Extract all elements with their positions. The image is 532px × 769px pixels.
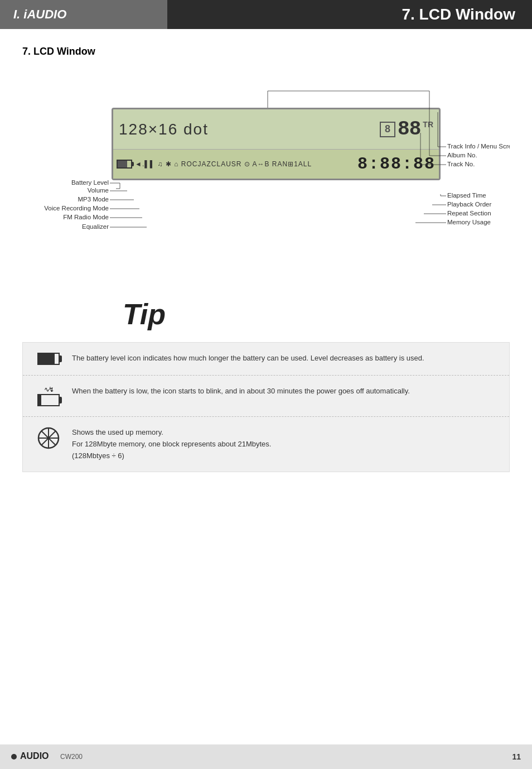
lcd-icon-text: ◄.▌▌ ♫ ✱ ⌂ ROCJAZCLAUSR ⊙ A↔B RAN⊞1ALL <box>135 160 312 168</box>
svg-text:AUDIO: AUDIO <box>20 751 49 761</box>
lcd-top-right: 8 88 TR <box>380 118 433 141</box>
tip-item-memory: Shows the used up memory. For 128Mbyte m… <box>23 417 509 472</box>
lcd-dot-text: 128×16 dot <box>119 121 209 138</box>
battery-low-body <box>37 394 60 406</box>
svg-text:FM Radio Mode: FM Radio Mode <box>63 214 109 220</box>
battery-low-icon: ∿↯ <box>37 386 60 406</box>
svg-text:Elapsed Time: Elapsed Time <box>447 192 486 199</box>
svg-text:Playback Order: Playback Order <box>447 201 491 208</box>
tip-icon-battery-full <box>34 353 63 365</box>
lcd-icons: ◄.▌▌ ♫ ✱ ⌂ ROCJAZCLAUSR ⊙ A↔B RAN⊞1ALL <box>117 160 357 169</box>
svg-text:Repeat Section: Repeat Section <box>447 210 491 217</box>
tip-memory-line1: Shows the used up memory. <box>72 428 163 436</box>
svg-text:Voice Recording Mode: Voice Recording Mode <box>44 205 109 212</box>
tip-icon-memory <box>34 427 63 449</box>
tip-text-memory: Shows the used up memory. For 128Mbyte m… <box>72 427 271 462</box>
lcd-album-char: 8 <box>385 123 390 135</box>
header-right-title: 7. LCD Window <box>402 6 515 23</box>
lcd-battery-fill <box>118 161 127 167</box>
svg-text:Track Info / Menu Screen: Track Info / Menu Screen <box>447 143 510 150</box>
header-left: I. iAUDIO <box>0 0 167 29</box>
lcd-time: 8:88:88 <box>357 155 436 174</box>
memory-icon <box>37 427 60 449</box>
lcd-diagram: 128×16 dot 8 88 TR ◄.▌▌ ♫ ✱ ⌂ R <box>22 74 510 275</box>
lcd-album-box: 8 <box>380 122 395 137</box>
audio-logo-icon: AUDIO <box>20 750 54 761</box>
svg-text:MP3 Mode: MP3 Mode <box>78 196 109 203</box>
footer-logo: AUDIO CW200 <box>11 750 83 763</box>
lcd-tr-label: TR <box>423 120 433 129</box>
footer-model: CW200 <box>60 753 83 761</box>
lcd-screen: 128×16 dot 8 88 TR ◄.▌▌ ♫ ✱ ⌂ R <box>112 108 441 180</box>
header: I. iAUDIO 7. LCD Window <box>0 0 532 29</box>
svg-text:Equalizer: Equalizer <box>82 223 109 230</box>
footer: AUDIO CW200 11 <box>0 744 532 769</box>
section-title: 7. LCD Window <box>22 46 510 57</box>
svg-text:Battery Level: Battery Level <box>71 179 109 186</box>
header-right: 7. LCD Window <box>167 0 532 29</box>
tip-item-battery-full: The battery level icon indicates how muc… <box>23 343 509 376</box>
tip-box: The battery level icon indicates how muc… <box>22 342 510 472</box>
lcd-top-row: 128×16 dot 8 88 TR <box>113 109 439 150</box>
battery-low-fill <box>38 395 41 405</box>
tip-text-battery-full: The battery level icon indicates how muc… <box>72 353 424 364</box>
lcd-track-num: 88 <box>398 118 420 141</box>
tip-memory-line3: (128Mbtyes ÷ 6) <box>72 451 124 460</box>
tip-memory-line2: For 128Mbyte memory, one block represent… <box>72 440 271 448</box>
tip-title: Tip <box>22 297 510 331</box>
battery-full-icon <box>37 353 60 365</box>
tip-section: Tip The battery level icon indicates how… <box>22 297 510 472</box>
lcd-battery-icon <box>117 160 132 169</box>
svg-text:Volume: Volume <box>88 187 109 194</box>
tip-text-battery-low: When the battery is low, the icon starts… <box>72 386 410 397</box>
footer-brand-text: AUDIO <box>20 750 54 763</box>
svg-text:Memory Usage: Memory Usage <box>447 219 491 225</box>
battery-sparks-icon: ∿↯ <box>44 386 53 393</box>
battery-full-fill <box>38 354 55 364</box>
footer-page-number: 11 <box>512 752 521 761</box>
header-left-title: I. iAUDIO <box>13 7 66 22</box>
lcd-bottom-row: ◄.▌▌ ♫ ✱ ⌂ ROCJAZCLAUSR ⊙ A↔B RAN⊞1ALL 8… <box>113 150 439 179</box>
svg-text:Album No.: Album No. <box>447 152 477 158</box>
tip-item-battery-low: ∿↯ When the battery is low, the icon sta… <box>23 376 509 417</box>
svg-text:Track No.: Track No. <box>447 161 475 167</box>
tip-icon-battery-low: ∿↯ <box>34 386 63 406</box>
main-content: 7. LCD Window 128×16 dot 8 88 TR <box>0 29 532 483</box>
footer-dot <box>11 754 17 760</box>
